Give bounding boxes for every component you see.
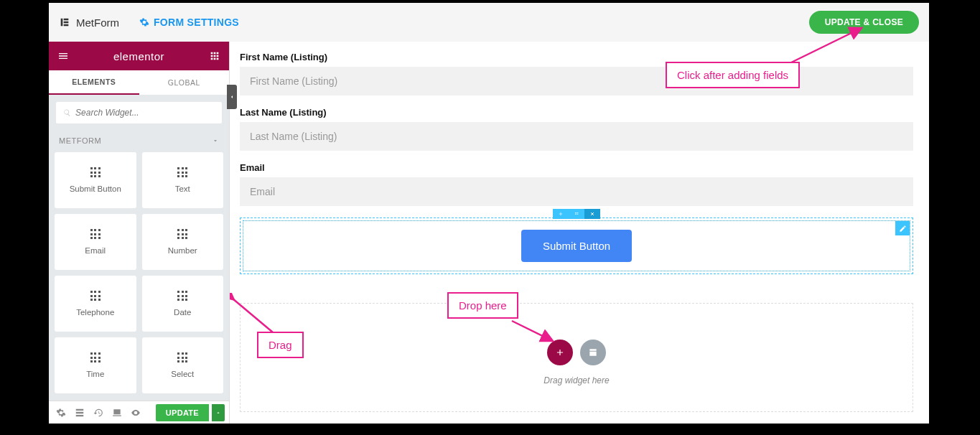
grip-icon xyxy=(177,352,187,362)
gear-icon xyxy=(139,17,149,27)
form-settings-button[interactable]: FORM SETTINGS xyxy=(139,17,239,28)
sidebar-widgets-button[interactable] xyxy=(209,50,220,62)
widget-category-metform[interactable]: METFORM xyxy=(49,129,229,152)
widget-label: Submit Button xyxy=(70,184,121,193)
email-input[interactable] xyxy=(240,177,913,206)
modal-header: MetForm FORM SETTINGS UPDATE & CLOSE xyxy=(49,3,929,42)
field-label: First Name (Listing) xyxy=(240,52,913,62)
add-section-button[interactable] xyxy=(553,209,569,219)
widget-card[interactable]: Select xyxy=(142,337,224,393)
add-section-circle-button[interactable] xyxy=(547,340,573,365)
preview-icon-button[interactable] xyxy=(128,405,144,421)
widget-label: Time xyxy=(86,370,104,378)
remove-section-button[interactable] xyxy=(584,209,600,219)
widget-label: Select xyxy=(171,370,194,378)
widget-label: Date xyxy=(174,308,191,317)
tab-global[interactable]: GLOBAL xyxy=(139,70,230,95)
sidebar-footer: UPDATE xyxy=(49,401,229,424)
sidebar-brand: elementor xyxy=(113,50,164,62)
widget-label: Email xyxy=(85,246,106,255)
update-button[interactable]: UPDATE xyxy=(156,404,209,421)
metform-builder-modal: MetForm FORM SETTINGS UPDATE & CLOSE ele… xyxy=(49,3,929,424)
update-and-close-button[interactable]: UPDATE & CLOSE xyxy=(809,11,919,34)
first-name-input[interactable] xyxy=(240,67,913,95)
search-input[interactable] xyxy=(75,108,215,118)
widget-card[interactable]: Submit Button xyxy=(55,152,136,208)
field-email: Email xyxy=(240,162,913,206)
callout-drop: Drop here xyxy=(447,292,518,319)
grip-icon xyxy=(90,291,101,301)
grip-icon xyxy=(177,229,187,239)
widget-card[interactable]: Number xyxy=(142,214,224,270)
elementor-sidebar: elementor ELEMENTS GLOBAL METFORM Submi xyxy=(49,42,230,424)
field-label: Last Name (Listing) xyxy=(240,107,913,118)
search-icon xyxy=(63,108,71,117)
last-name-input[interactable] xyxy=(240,122,913,151)
drop-hint-text: Drag widget here xyxy=(543,375,609,385)
tab-elements[interactable]: ELEMENTS xyxy=(49,70,139,95)
chevron-down-icon xyxy=(212,137,219,144)
form-submit-button[interactable]: Submit Button xyxy=(521,230,632,262)
widget-label: Text xyxy=(175,184,190,193)
settings-icon-button[interactable] xyxy=(53,405,69,421)
grip-icon xyxy=(90,229,101,239)
app-logo: MetForm xyxy=(59,17,119,29)
history-icon-button[interactable] xyxy=(90,405,106,421)
widget-card[interactable]: Text xyxy=(142,152,224,208)
grip-icon xyxy=(90,352,101,362)
update-dropdown-button[interactable] xyxy=(212,404,225,421)
grip-icon xyxy=(177,291,187,301)
callout-drag: Drag xyxy=(257,332,304,358)
edit-widget-button[interactable] xyxy=(895,221,910,235)
app-name: MetForm xyxy=(76,17,119,29)
field-first-name: First Name (Listing) xyxy=(240,52,913,95)
grip-icon xyxy=(177,167,187,177)
widget-card[interactable]: Time xyxy=(55,337,136,393)
widget-label: Telephone xyxy=(76,308,114,317)
navigator-icon-button[interactable] xyxy=(72,405,88,421)
sidebar-topbar: elementor xyxy=(49,42,229,70)
drag-section-button[interactable] xyxy=(569,209,584,219)
sidebar-tabs: ELEMENTS GLOBAL xyxy=(49,70,229,95)
widget-search[interactable] xyxy=(56,102,222,123)
responsive-icon-button[interactable] xyxy=(109,405,125,421)
add-template-circle-button[interactable] xyxy=(580,340,606,365)
section-handle xyxy=(553,209,600,219)
field-label: Email xyxy=(240,162,913,173)
form-canvas: First Name (Listing) Last Name (Listing)… xyxy=(230,42,929,424)
selected-widget-section: Submit Button xyxy=(240,218,913,274)
widget-card[interactable]: Telephone xyxy=(55,276,136,332)
widget-label: Number xyxy=(168,246,197,255)
drop-zone[interactable]: Drag widget here xyxy=(240,303,913,412)
widget-card[interactable]: Email xyxy=(55,214,136,270)
grip-icon xyxy=(90,167,101,177)
sidebar-menu-button[interactable] xyxy=(57,50,69,62)
callout-click-after: Click after adding fields xyxy=(666,62,800,88)
elementor-logo-icon xyxy=(59,17,70,28)
field-last-name: Last Name (Listing) xyxy=(240,107,913,151)
widget-card[interactable]: Date xyxy=(142,276,224,332)
